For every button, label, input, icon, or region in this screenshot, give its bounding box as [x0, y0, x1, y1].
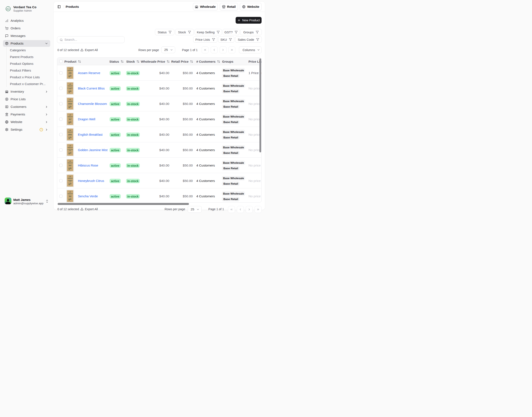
svg-text:ROSE: ROSE [69, 166, 71, 166]
svg-text:VERDANT: VERDANT [67, 132, 73, 133]
svg-text:VERDANT: VERDANT [67, 85, 73, 86]
svg-text:TEA CO.: TEA CO. [69, 194, 71, 195]
svg-text:MIST: MIST [69, 150, 71, 151]
svg-text:TEA CO.: TEA CO. [69, 71, 71, 72]
svg-text:TEA CO.: TEA CO. [69, 164, 71, 164]
svg-text:BLISS: BLISS [69, 88, 71, 89]
svg-text:VERDANT: VERDANT [67, 70, 73, 71]
svg-text:RESERVE: RESERVE [69, 73, 72, 74]
svg-text:TEA CO.: TEA CO. [69, 179, 71, 180]
svg-text:VERDANT: VERDANT [67, 116, 73, 117]
svg-text:TEA CO.: TEA CO. [69, 133, 71, 133]
svg-text:TEA CO.: TEA CO. [69, 148, 71, 149]
svg-text:VERDANT: VERDANT [6, 9, 10, 10]
svg-text:TEA CO.: TEA CO. [69, 102, 71, 103]
svg-text:BREAKFAST: BREAKFAST [68, 135, 72, 136]
svg-text:TEA CO.: TEA CO. [7, 10, 9, 10]
svg-text:VERDANT: VERDANT [67, 178, 73, 179]
svg-text:TEA CO.: TEA CO. [69, 86, 71, 87]
svg-text:WELL: WELL [69, 119, 71, 120]
svg-text:VERDANT: VERDANT [67, 147, 73, 148]
svg-text:VERDANT: VERDANT [67, 193, 73, 194]
svg-text:VERDANT: VERDANT [67, 101, 73, 102]
svg-text:CITRUS: CITRUS [69, 181, 71, 182]
svg-text:BLOSSOM: BLOSSOM [68, 104, 72, 105]
svg-text:VERDANT: VERDANT [67, 162, 73, 164]
svg-text:VERDE: VERDE [69, 196, 71, 197]
svg-text:TEA CO.: TEA CO. [69, 117, 71, 118]
